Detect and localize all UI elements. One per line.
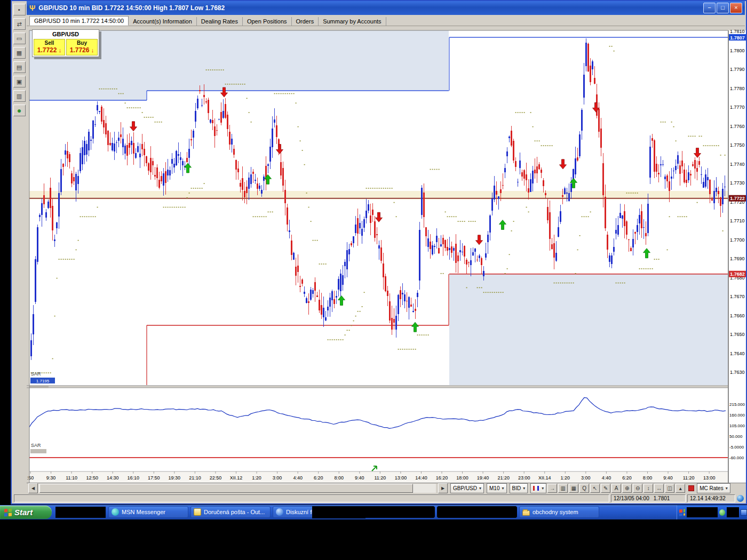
taskbar-item-doru-en-po-ta-out[interactable]: Doručená pošta - Out... — [190, 506, 271, 518]
chart-canvas[interactable]: SAR1.7195SAR:509:3011:1012:5014:3016:101… — [0, 0, 747, 505]
svg-text:1.7710: 1.7710 — [730, 218, 745, 223]
svg-text:1.7800: 1.7800 — [730, 48, 745, 53]
grid-icon[interactable]: ▦ — [569, 484, 578, 493]
redacted-region — [687, 507, 717, 517]
alert-icon[interactable]: ▴ — [676, 484, 685, 493]
scroll-right-button[interactable]: ▶ — [438, 483, 448, 493]
folder-icon — [522, 510, 530, 516]
scroll-left-button[interactable]: ◀ — [28, 483, 38, 493]
goto-latest-icon[interactable]: → — [547, 484, 557, 493]
rates-source-dropdown[interactable]: MC Rates ▾ — [697, 483, 730, 493]
timeframe-dropdown[interactable]: M10 ▾ — [487, 483, 506, 493]
buy-quote-button[interactable]: Buy 1.7726 ↓ — [66, 39, 98, 55]
svg-text:17:50: 17:50 — [148, 475, 160, 481]
pane-divider[interactable] — [27, 386, 729, 388]
svg-text:SAR: SAR — [31, 371, 41, 377]
status-message-panel — [14, 494, 609, 502]
swap-arrows-icon[interactable]: ⇄ — [13, 18, 26, 30]
svg-text:16:10: 16:10 — [127, 475, 139, 481]
pin-icon[interactable]: ▪ — [13, 4, 26, 15]
svg-text:13:00: 13:00 — [703, 475, 716, 481]
svg-text:4:40: 4:40 — [293, 475, 303, 481]
tile-windows-icon[interactable]: ▦ — [13, 47, 26, 59]
minimize-button[interactable]: − — [703, 3, 716, 13]
print-icon[interactable]: ▣ — [13, 76, 26, 87]
shield-icon[interactable] — [719, 509, 725, 516]
alert-status-icon[interactable] — [688, 485, 694, 491]
cursor-icon[interactable]: ↖ — [590, 484, 600, 493]
outlook-icon — [194, 508, 201, 516]
svg-text:1.7660: 1.7660 — [730, 313, 745, 318]
tab-gbp-usd-10-min-1-7722-14-50-[interactable]: GBP/USD 10 min 1.7722 14:50:00 — [29, 16, 129, 26]
svg-text:23:00: 23:00 — [518, 475, 530, 481]
tab-summary-by-accounts[interactable]: Summary by Accounts — [319, 17, 386, 26]
svg-text:21:10: 21:10 — [189, 475, 201, 481]
close-button[interactable]: × — [730, 3, 742, 13]
tab-open-positions[interactable]: Open Positions — [243, 17, 292, 26]
svg-text:1.7722: 1.7722 — [730, 196, 745, 201]
taskbar-item-obchodny-system[interactable]: obchodny system — [519, 506, 599, 518]
svg-text:1.7630: 1.7630 — [730, 370, 745, 375]
sell-down-arrow-icon: ↓ — [59, 47, 62, 53]
fit-height-icon[interactable]: ↕ — [643, 484, 653, 493]
taskbar-item-label: MSN Messenger — [122, 509, 165, 515]
svg-text:9:40: 9:40 — [355, 475, 364, 481]
svg-text:1.7730: 1.7730 — [730, 180, 745, 186]
chevron-down-icon: ▾ — [726, 486, 728, 491]
chart-toolbar: ◀ ▶ GBP/USD ▾ M10 ▾ BID ▾ ▾ →▥▦Q↖✎A⊕⊖↕↔◫… — [27, 483, 746, 493]
start-button[interactable]: Start — [0, 506, 52, 519]
redacted-region — [727, 507, 739, 517]
scrollbar-thumb[interactable] — [39, 484, 413, 493]
tab-dealing-rates[interactable]: Dealing Rates — [197, 17, 243, 26]
chart-style-dropdown[interactable]: ▾ — [530, 483, 546, 493]
svg-text:9:30: 9:30 — [46, 475, 56, 481]
new-window-icon[interactable]: ▭ — [13, 33, 26, 44]
svg-text:XII.14: XII.14 — [538, 475, 551, 481]
svg-text:14:40: 14:40 — [415, 475, 427, 481]
fit-width-icon[interactable]: ↔ — [654, 484, 664, 493]
globe-icon[interactable]: ● — [13, 105, 26, 116]
save-icon[interactable]: ▥ — [13, 90, 26, 102]
status-bar: 12/13/05 04:00 1.7801 12.14 14:49:32 — [13, 494, 745, 503]
svg-text:1.7670: 1.7670 — [730, 294, 745, 299]
draw-pencil-icon[interactable]: ✎ — [601, 484, 610, 493]
chevron-down-icon: ▾ — [479, 486, 481, 491]
flag-icon[interactable] — [679, 509, 685, 516]
svg-text:14:30: 14:30 — [107, 475, 119, 481]
zoom-out-icon[interactable]: ⊖ — [633, 484, 642, 493]
sell-price: 1.7722 — [37, 46, 57, 54]
tab-orders[interactable]: Orders — [292, 17, 319, 26]
taskbar-item-blank[interactable] — [355, 506, 435, 518]
svg-text:1.7780: 1.7780 — [730, 86, 745, 91]
svg-text:6:20: 6:20 — [622, 475, 632, 481]
status-clock-panel: 12.14 14:49:32 — [687, 494, 735, 502]
taskbar-item-label: Doručená pošta - Out... — [204, 509, 265, 515]
buy-price: 1.7726 — [70, 46, 90, 54]
svg-text:4:40: 4:40 — [602, 475, 611, 481]
data-table-icon[interactable]: ▤ — [13, 61, 26, 73]
candle-style-icon — [533, 486, 535, 491]
svg-text:22:50: 22:50 — [210, 475, 222, 481]
buy-down-arrow-icon: ↓ — [91, 47, 94, 53]
svg-text:1.7770: 1.7770 — [730, 105, 745, 110]
svg-text:160.000: 160.000 — [729, 413, 745, 418]
zoom-in-icon[interactable]: ⊕ — [622, 484, 632, 493]
chart-scrollbar[interactable] — [38, 484, 436, 493]
svg-text:1.7640: 1.7640 — [730, 351, 745, 356]
sell-quote-button[interactable]: Sell 1.7722 ↓ — [34, 39, 65, 55]
title-bar[interactable]: Ψ GBP/USD 10 min BID 1.7722 14:50:00 Hig… — [27, 1, 745, 15]
tab-account-s-information[interactable]: Account(s) Information — [129, 17, 197, 26]
svg-text:19:40: 19:40 — [477, 475, 489, 481]
layout-icon[interactable]: ◫ — [665, 484, 674, 493]
svg-text:XII.12: XII.12 — [230, 475, 243, 481]
network-icon[interactable] — [741, 509, 747, 516]
columns-icon[interactable]: ▥ — [558, 484, 568, 493]
taskbar-item-blank[interactable] — [437, 506, 517, 518]
symbol-dropdown[interactable]: GBP/USD ▾ — [450, 483, 484, 493]
price-type-dropdown[interactable]: BID ▾ — [510, 483, 528, 493]
quote-board-icon[interactable]: Q — [579, 484, 589, 493]
restore-button[interactable]: □ — [717, 3, 729, 13]
text-tool-icon[interactable]: A — [611, 484, 621, 493]
status-rate: 1.7801 — [654, 495, 670, 501]
taskbar-item-msn-messenger[interactable]: MSN Messenger — [108, 506, 188, 518]
